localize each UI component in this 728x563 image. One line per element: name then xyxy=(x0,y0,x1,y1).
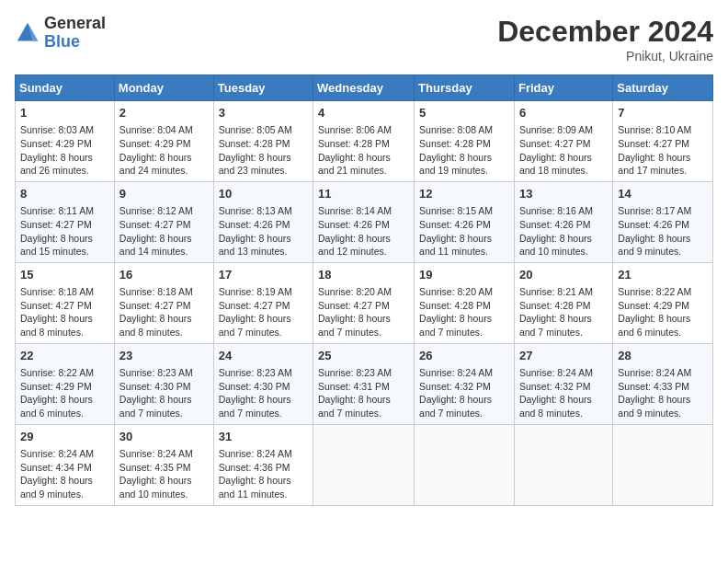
cell-info-line: Daylight: 8 hours and 7 minutes. xyxy=(419,312,509,339)
cell-info-line: Sunset: 4:32 PM xyxy=(519,380,608,394)
cell-info-line: Sunrise: 8:10 AM xyxy=(618,123,708,137)
cell-info-line: Sunrise: 8:24 AM xyxy=(219,447,308,461)
cell-info-line: Daylight: 8 hours and 10 minutes. xyxy=(119,474,209,500)
calendar-week-row: 8Sunrise: 8:11 AMSunset: 4:27 PMDaylight… xyxy=(16,181,713,262)
cell-info-line: Daylight: 8 hours and 7 minutes. xyxy=(519,312,608,339)
cell-info-line: Sunrise: 8:03 AM xyxy=(20,123,109,137)
cell-info-line: Sunset: 4:27 PM xyxy=(618,137,708,151)
day-number: 17 xyxy=(219,267,308,283)
cell-info-line: Daylight: 8 hours and 19 minutes. xyxy=(419,151,509,178)
calendar-cell: 8Sunrise: 8:11 AMSunset: 4:27 PMDaylight… xyxy=(16,181,115,262)
calendar-cell: 23Sunrise: 8:23 AMSunset: 4:30 PMDayligh… xyxy=(114,343,213,424)
cell-info-line: Daylight: 8 hours and 7 minutes. xyxy=(119,393,209,419)
cell-info-line: Sunrise: 8:05 AM xyxy=(219,123,308,137)
cell-info-line: Sunset: 4:28 PM xyxy=(318,137,409,151)
calendar-cell: 30Sunrise: 8:24 AMSunset: 4:35 PMDayligh… xyxy=(114,424,213,505)
cell-info-line: Sunrise: 8:14 AM xyxy=(318,204,409,218)
cell-info-line: Sunrise: 8:15 AM xyxy=(419,204,509,218)
month-title: December 2024 xyxy=(497,15,713,49)
title-block: December 2024 Pnikut, Ukraine xyxy=(497,15,713,63)
cell-info-line: Sunset: 4:26 PM xyxy=(519,218,608,232)
cell-info-line: Daylight: 8 hours and 6 minutes. xyxy=(20,393,109,419)
cell-info-line: Daylight: 8 hours and 17 minutes. xyxy=(618,151,708,178)
day-of-week-header: Friday xyxy=(514,75,612,101)
cell-info-line: Sunset: 4:28 PM xyxy=(219,137,308,151)
logo-icon xyxy=(15,20,40,46)
cell-info-line: Sunrise: 8:08 AM xyxy=(419,123,509,137)
cell-info-line: Sunrise: 8:04 AM xyxy=(119,123,209,137)
cell-info-line: Sunrise: 8:09 AM xyxy=(519,123,608,137)
day-number: 16 xyxy=(119,267,209,283)
cell-info-line: Sunset: 4:33 PM xyxy=(618,380,708,394)
day-number: 24 xyxy=(219,348,308,364)
cell-info-line: Sunrise: 8:23 AM xyxy=(219,366,308,380)
cell-info-line: Sunset: 4:28 PM xyxy=(419,137,509,151)
logo-text: General Blue xyxy=(44,15,106,52)
day-number: 15 xyxy=(20,267,109,283)
cell-info-line: Sunrise: 8:23 AM xyxy=(119,366,209,380)
cell-info-line: Daylight: 8 hours and 9 minutes. xyxy=(618,232,708,259)
cell-info-line: Sunrise: 8:24 AM xyxy=(519,366,608,380)
cell-info-line: Sunset: 4:36 PM xyxy=(219,461,308,475)
cell-info-line: Daylight: 8 hours and 10 minutes. xyxy=(519,232,608,259)
day-number: 3 xyxy=(219,105,308,121)
cell-info-line: Sunrise: 8:18 AM xyxy=(20,285,109,299)
cell-info-line: Sunset: 4:27 PM xyxy=(519,137,608,151)
calendar-cell: 14Sunrise: 8:17 AMSunset: 4:26 PMDayligh… xyxy=(613,181,713,262)
cell-info-line: Sunset: 4:26 PM xyxy=(219,218,308,232)
cell-info-line: Sunset: 4:26 PM xyxy=(318,218,409,232)
calendar-cell: 26Sunrise: 8:24 AMSunset: 4:32 PMDayligh… xyxy=(415,343,515,424)
cell-info-line: Daylight: 8 hours and 7 minutes. xyxy=(219,312,308,339)
cell-info-line: Daylight: 8 hours and 7 minutes. xyxy=(318,393,409,419)
cell-info-line: Sunset: 4:29 PM xyxy=(20,137,109,151)
cell-info-line: Sunrise: 8:22 AM xyxy=(618,285,708,299)
cell-info-line: Daylight: 8 hours and 7 minutes. xyxy=(318,312,409,339)
day-of-week-header: Wednesday xyxy=(313,75,415,101)
cell-info-line: Daylight: 8 hours and 8 minutes. xyxy=(119,312,209,339)
cell-info-line: Daylight: 8 hours and 13 minutes. xyxy=(219,232,308,259)
calendar-table: SundayMondayTuesdayWednesdayThursdayFrid… xyxy=(15,75,713,506)
cell-info-line: Daylight: 8 hours and 8 minutes. xyxy=(519,393,608,419)
logo-general: General xyxy=(44,15,106,33)
day-number: 10 xyxy=(219,186,308,202)
day-of-week-header: Thursday xyxy=(415,75,515,101)
calendar-cell: 16Sunrise: 8:18 AMSunset: 4:27 PMDayligh… xyxy=(114,262,213,343)
cell-info-line: Daylight: 8 hours and 11 minutes. xyxy=(219,474,308,500)
cell-info-line: Sunrise: 8:06 AM xyxy=(318,123,409,137)
day-number: 9 xyxy=(119,186,209,202)
calendar-cell: 15Sunrise: 8:18 AMSunset: 4:27 PMDayligh… xyxy=(16,262,115,343)
calendar-cell: 19Sunrise: 8:20 AMSunset: 4:28 PMDayligh… xyxy=(415,262,515,343)
day-of-week-header: Sunday xyxy=(16,75,115,101)
day-number: 11 xyxy=(318,186,409,202)
cell-info-line: Sunset: 4:26 PM xyxy=(419,218,509,232)
calendar-cell: 2Sunrise: 8:04 AMSunset: 4:29 PMDaylight… xyxy=(114,101,213,182)
cell-info-line: Daylight: 8 hours and 8 minutes. xyxy=(20,312,109,339)
day-number: 29 xyxy=(20,429,109,445)
calendar-cell: 7Sunrise: 8:10 AMSunset: 4:27 PMDaylight… xyxy=(613,101,713,182)
day-number: 6 xyxy=(519,105,608,121)
cell-info-line: Sunrise: 8:12 AM xyxy=(119,204,209,218)
cell-info-line: Sunset: 4:28 PM xyxy=(419,299,509,313)
cell-info-line: Daylight: 8 hours and 15 minutes. xyxy=(20,232,109,259)
cell-info-line: Daylight: 8 hours and 6 minutes. xyxy=(618,312,708,339)
cell-info-line: Sunset: 4:28 PM xyxy=(519,299,608,313)
cell-info-line: Sunset: 4:29 PM xyxy=(119,137,209,151)
calendar-cell: 10Sunrise: 8:13 AMSunset: 4:26 PMDayligh… xyxy=(213,181,313,262)
day-of-week-header: Saturday xyxy=(613,75,713,101)
cell-info-line: Sunset: 4:35 PM xyxy=(119,461,209,475)
day-number: 13 xyxy=(519,186,608,202)
cell-info-line: Sunset: 4:32 PM xyxy=(419,380,509,394)
calendar-cell: 3Sunrise: 8:05 AMSunset: 4:28 PMDaylight… xyxy=(213,101,313,182)
calendar-cell: 17Sunrise: 8:19 AMSunset: 4:27 PMDayligh… xyxy=(213,262,313,343)
calendar-week-row: 29Sunrise: 8:24 AMSunset: 4:34 PMDayligh… xyxy=(16,424,713,505)
logo-blue: Blue xyxy=(44,33,106,52)
cell-info-line: Sunset: 4:29 PM xyxy=(20,380,109,394)
cell-info-line: Sunset: 4:27 PM xyxy=(219,299,308,313)
calendar-cell: 11Sunrise: 8:14 AMSunset: 4:26 PMDayligh… xyxy=(313,181,415,262)
calendar-cell: 18Sunrise: 8:20 AMSunset: 4:27 PMDayligh… xyxy=(313,262,415,343)
calendar-cell xyxy=(415,424,515,505)
cell-info-line: Daylight: 8 hours and 9 minutes. xyxy=(618,393,708,419)
calendar-cell xyxy=(514,424,612,505)
cell-info-line: Daylight: 8 hours and 9 minutes. xyxy=(20,474,109,500)
day-of-week-header: Monday xyxy=(114,75,213,101)
